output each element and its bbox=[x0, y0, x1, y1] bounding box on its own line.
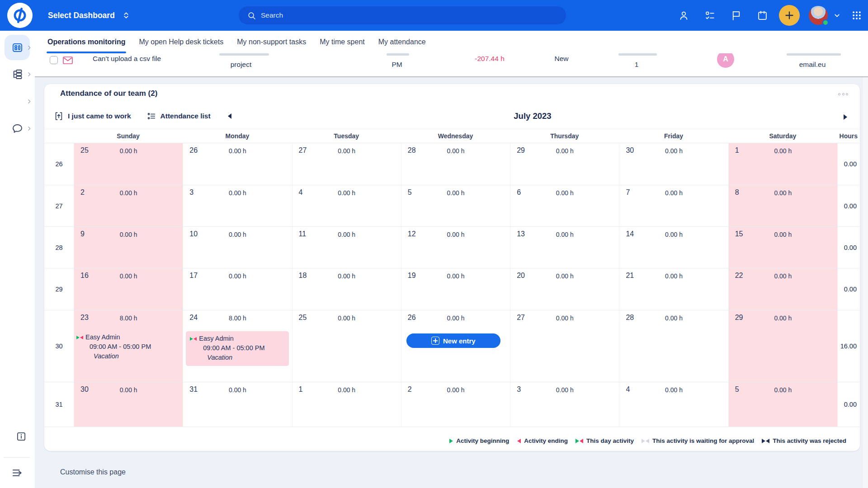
tasks-icon[interactable] bbox=[704, 10, 716, 21]
calendar-day-cell[interactable]: 20.00 h bbox=[74, 185, 183, 226]
calendar-day-cell[interactable]: 10.00 h bbox=[728, 143, 837, 185]
sidebar-expand-toggle[interactable] bbox=[0, 460, 35, 485]
page-scrollbar[interactable] bbox=[862, 31, 868, 488]
tab-my-attendance[interactable]: My attendance bbox=[378, 31, 426, 53]
calendar-day-cell[interactable]: 310.00 h bbox=[183, 382, 292, 427]
calendar-day-cell[interactable]: 190.00 h bbox=[401, 268, 510, 310]
ticket-row[interactable]: Can't upload a csv file project PM -207.… bbox=[35, 53, 868, 77]
day-hours: 0.00 h bbox=[619, 189, 728, 197]
sidebar-item-messages[interactable] bbox=[0, 116, 35, 141]
chevron-down-icon[interactable] bbox=[833, 12, 841, 19]
calendar-day-cell[interactable]: 40.00 h bbox=[619, 382, 728, 427]
legend-end-icon bbox=[517, 439, 521, 443]
sidebar-item-dashboard[interactable] bbox=[0, 35, 35, 60]
calendar-day-cell[interactable]: 250.00 h bbox=[292, 310, 401, 382]
ticket-project: project bbox=[231, 61, 252, 69]
calendar-day-cell[interactable]: 170.00 h bbox=[183, 268, 292, 310]
search-bar[interactable] bbox=[239, 6, 566, 24]
calendar-day-cell[interactable]: 180.00 h bbox=[292, 268, 401, 310]
calendar-day-cell[interactable]: 200.00 h bbox=[510, 268, 619, 310]
activity-begin-icon bbox=[76, 336, 80, 339]
chat-bubble-icon bbox=[11, 122, 24, 135]
day-hours: 0.00 h bbox=[183, 189, 292, 197]
calendar-day-cell[interactable]: 60.00 h bbox=[510, 185, 619, 226]
flag-icon[interactable] bbox=[731, 10, 742, 21]
calendar-day-cell[interactable]: 100.00 h bbox=[183, 227, 292, 268]
calendar-day-cell[interactable]: 260.00 h bbox=[183, 143, 292, 185]
sidebar-item-more[interactable] bbox=[0, 89, 35, 114]
calendar-day-cell[interactable]: 150.00 h bbox=[728, 227, 837, 268]
search-input[interactable] bbox=[261, 11, 558, 19]
calendar-day-cell[interactable]: 270.00 h bbox=[510, 310, 619, 382]
ticket-assignee-avatar[interactable]: A bbox=[717, 53, 734, 68]
plus-icon bbox=[431, 337, 439, 345]
calendar-day-cell[interactable]: 160.00 h bbox=[74, 268, 183, 310]
panel-menu-dots-icon[interactable] bbox=[836, 91, 850, 97]
calendar-day-cell[interactable]: 220.00 h bbox=[728, 268, 837, 310]
calendar-day-cell[interactable]: 300.00 h bbox=[619, 143, 728, 185]
previous-month-button[interactable] bbox=[226, 112, 233, 121]
day-header: Wednesday bbox=[401, 129, 510, 143]
chevron-right-icon bbox=[26, 45, 32, 51]
calendar-day-cell[interactable]: 80.00 h bbox=[728, 185, 837, 226]
attendance-list-button[interactable]: Attendance list bbox=[144, 111, 213, 121]
attendance-entry[interactable]: Easy Admin09:00 AM - 05:00 PMVacation bbox=[186, 331, 288, 366]
calendar-day-cell[interactable]: 250.00 h bbox=[74, 143, 183, 185]
day-header: Sunday bbox=[74, 129, 183, 143]
customise-page-link[interactable]: Customise this page bbox=[60, 468, 126, 476]
tab-operations-monitoring[interactable]: Operations monitoring bbox=[47, 31, 125, 53]
add-new-button[interactable] bbox=[779, 5, 800, 26]
calendar-day-cell[interactable]: 50.00 h bbox=[401, 185, 510, 226]
calendar-day-cell[interactable]: 120.00 h bbox=[401, 227, 510, 268]
calendar-legend: Activity beginningActivity endingThis da… bbox=[449, 437, 846, 444]
new-entry-button[interactable]: New entry bbox=[406, 333, 500, 348]
calendar-day-cell[interactable]: 270.00 h bbox=[292, 143, 401, 185]
dashboard-icon bbox=[11, 42, 24, 54]
calendar-day-cell[interactable]: 238.00 hEasy Admin09:00 AM - 05:00 PMVac… bbox=[74, 310, 183, 382]
plus-icon bbox=[784, 10, 795, 21]
calendar-day-cell[interactable]: 130.00 h bbox=[510, 227, 619, 268]
dashboard-selector-label: Select Dashboard bbox=[48, 11, 115, 20]
calendar-day-cell[interactable]: 290.00 h bbox=[728, 310, 837, 382]
tab-my-non-support-tasks[interactable]: My non-support tasks bbox=[237, 31, 306, 53]
calendar-day-cell[interactable]: 30.00 h bbox=[510, 382, 619, 427]
chevron-right-icon bbox=[26, 99, 32, 104]
tab-my-time-spent[interactable]: My time spent bbox=[320, 31, 365, 53]
calendar-day-cell[interactable]: 40.00 h bbox=[292, 185, 401, 226]
tab-my-open-help-desk-tickets[interactable]: My open Help desk tickets bbox=[139, 31, 223, 53]
next-month-button[interactable] bbox=[842, 113, 849, 122]
calendar-day-cell[interactable]: 248.00 hEasy Admin09:00 AM - 05:00 PMVac… bbox=[183, 310, 292, 382]
calendar-day-cell[interactable]: 30.00 h bbox=[183, 185, 292, 226]
calendar-day-cell[interactable]: 280.00 h bbox=[401, 143, 510, 185]
apps-grid-icon[interactable] bbox=[852, 10, 862, 20]
calendar-day-cell[interactable]: 210.00 h bbox=[619, 268, 728, 310]
clipped-text-fragment bbox=[219, 53, 269, 56]
sidebar-item-info[interactable] bbox=[0, 424, 35, 449]
came-to-work-button[interactable]: I just came to work bbox=[51, 111, 134, 121]
week-number: 31 bbox=[44, 382, 74, 427]
calendar-day-cell[interactable]: 290.00 h bbox=[510, 143, 619, 185]
attendance-entry[interactable]: Easy Admin09:00 AM - 05:00 PMVacation bbox=[76, 333, 151, 361]
topbar-actions bbox=[663, 0, 862, 31]
calendar-day-cell[interactable]: 260.00 hNew entry bbox=[401, 310, 510, 382]
calendar-day-cell[interactable]: 110.00 h bbox=[292, 227, 401, 268]
calendar-day-cell[interactable]: 20.00 h bbox=[401, 382, 510, 427]
calendar-day-cell[interactable]: 280.00 h bbox=[619, 310, 728, 382]
calendar-day-cell[interactable]: 50.00 h bbox=[728, 382, 837, 427]
calendar-day-cell[interactable]: 140.00 h bbox=[619, 227, 728, 268]
user-icon[interactable] bbox=[678, 10, 689, 21]
calendar-day-cell[interactable]: 300.00 h bbox=[74, 382, 183, 427]
dashboard-selector[interactable]: Select Dashboard bbox=[48, 0, 130, 31]
calendar-day-cell[interactable]: 70.00 h bbox=[619, 185, 728, 226]
calendar-day-cell[interactable]: 90.00 h bbox=[74, 227, 183, 268]
activity-end-icon bbox=[80, 336, 83, 339]
calendar-icon[interactable] bbox=[757, 10, 768, 21]
ticket-subject-link[interactable]: Can't upload a csv file bbox=[93, 55, 161, 63]
app-logo-icon[interactable] bbox=[7, 3, 33, 28]
sidebar-item-projects[interactable] bbox=[0, 61, 35, 87]
user-avatar[interactable] bbox=[809, 6, 828, 25]
ticket-checkbox[interactable] bbox=[50, 56, 58, 64]
day-hours: 0.00 h bbox=[401, 231, 510, 238]
ticket-hours: -207.44 h bbox=[475, 55, 505, 63]
calendar-day-cell[interactable]: 10.00 h bbox=[292, 382, 401, 427]
